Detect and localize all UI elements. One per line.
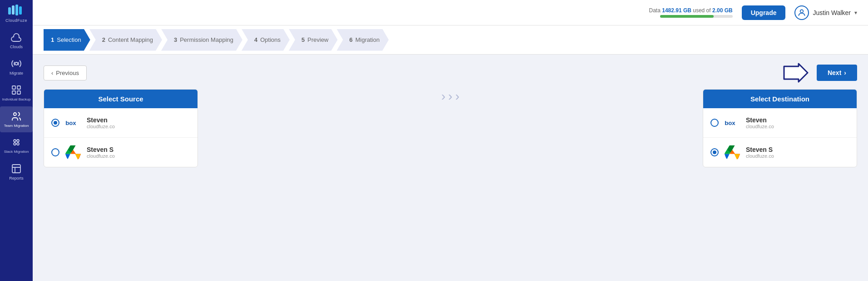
step-4-options[interactable]: 4 Options (242, 29, 290, 51)
app-logo: CloudFuze (5, 5, 27, 23)
user-avatar-icon (794, 5, 809, 20)
storage-used: 1482.91 GB (662, 7, 691, 14)
svg-rect-8 (17, 91, 20, 94)
sidebar-item-clouds[interactable]: Clouds (0, 27, 33, 54)
dest-item-info-1: Steven S cloudfuze.co (746, 146, 774, 159)
step-2-label: Content Mapping (108, 36, 153, 43)
topbar: Data 1482.91 GB used of 2.00 GB Upgrade … (33, 0, 868, 25)
app-name-label: CloudFuze (5, 18, 27, 23)
dest-radio-1[interactable] (710, 148, 719, 156)
next-button[interactable]: Next › (817, 65, 857, 81)
sidebar: CloudFuze Clouds Migrate Individual Back… (0, 0, 33, 281)
storage-info: Data 1482.91 GB used of 2.00 GB (649, 7, 733, 18)
sidebar-clouds-label: Clouds (10, 45, 23, 49)
source-item-name-1: Steven S (87, 146, 115, 153)
step-5-num: 5 (301, 36, 305, 43)
storage-bar-bg (660, 15, 733, 18)
sidebar-item-team-migration[interactable]: Team Migration (0, 106, 33, 133)
storage-label: Data (649, 7, 661, 14)
step-2-num: 2 (102, 36, 105, 43)
sidebar-individual-backup-label: Individual Backup (2, 97, 31, 102)
step-1-selection[interactable]: 1 Selection (44, 29, 90, 51)
dest-item-0[interactable]: box Steven cloudfuze.co (703, 108, 857, 138)
svg-point-9 (14, 113, 16, 115)
step-3-num: 3 (174, 36, 177, 43)
step-4-label: Options (260, 36, 281, 43)
step-6-migration[interactable]: 6 Migration (337, 29, 389, 51)
step-4-num: 4 (254, 36, 257, 43)
source-radio-0[interactable] (51, 119, 59, 127)
sidebar-item-slack-migration[interactable]: Slack Migration (0, 132, 33, 159)
sidebar-item-individual-backup[interactable]: Individual Backup (0, 80, 33, 106)
step-2-content-mapping[interactable]: 2 Content Mapping (89, 29, 162, 51)
source-item-sub-1: cloudfuze.co (87, 153, 115, 159)
source-service-icon-1 (65, 144, 81, 161)
svg-text:box: box (65, 120, 76, 126)
next-area: Next › (782, 63, 857, 83)
next-arrow-icon (782, 63, 809, 83)
user-chevron-icon: ▾ (854, 10, 857, 16)
step-3-permission-mapping[interactable]: 3 Permission Mapping (161, 29, 242, 51)
dest-item-name-1: Steven S (746, 146, 774, 153)
previous-button[interactable]: ‹ Previous (44, 65, 87, 80)
svg-point-13 (17, 143, 19, 145)
svg-rect-3 (19, 6, 22, 15)
source-item-name-0: Steven (87, 116, 115, 124)
svg-point-4 (15, 62, 18, 65)
panels-row: Select Source box Steven cloudfuze.co (44, 89, 857, 273)
sidebar-reports-label: Reports (9, 176, 24, 181)
svg-rect-2 (15, 5, 18, 15)
content-area: ‹ Previous Next › Select Source (33, 55, 868, 281)
svg-rect-14 (12, 165, 20, 173)
main-content: Data 1482.91 GB used of 2.00 GB Upgrade … (33, 0, 868, 281)
destination-panel-header: Select Destination (703, 90, 857, 108)
dest-item-sub-1: cloudfuze.co (746, 153, 774, 159)
step-5-preview[interactable]: 5 Preview (289, 29, 337, 51)
step-6-label: Migration (355, 36, 380, 43)
step-1-num: 1 (51, 36, 54, 43)
step-5-label: Preview (307, 36, 328, 43)
svg-point-15 (800, 10, 804, 13)
source-item-1[interactable]: Steven S cloudfuze.co (44, 138, 197, 167)
arrow-icon-2: › (448, 89, 452, 104)
storage-of-label: used of (693, 7, 710, 14)
sidebar-team-migration-label: Team Migration (4, 124, 29, 128)
sidebar-item-reports[interactable]: Reports (0, 159, 33, 185)
svg-point-10 (14, 140, 16, 142)
source-radio-1[interactable] (51, 148, 59, 156)
sidebar-migrate-label: Migrate (10, 71, 23, 75)
svg-point-12 (14, 143, 16, 145)
source-item-info-0: Steven cloudfuze.co (87, 116, 115, 129)
svg-point-11 (17, 140, 19, 142)
source-panel-header: Select Source (44, 90, 197, 108)
dest-item-info-0: Steven cloudfuze.co (746, 116, 774, 129)
svg-marker-16 (784, 64, 808, 82)
wizard-steps: 1 Selection 2 Content Mapping 3 Permissi… (33, 25, 868, 55)
svg-text:box: box (725, 120, 735, 126)
prev-chevron-icon: ‹ (51, 70, 53, 76)
dest-item-name-0: Steven (746, 116, 774, 124)
middle-arrows: › › › (198, 89, 703, 104)
arrow-icon-3: › (455, 89, 459, 104)
sidebar-item-migrate[interactable]: Migrate (0, 54, 33, 80)
next-chevron-icon: › (844, 69, 846, 76)
upgrade-button[interactable]: Upgrade (742, 5, 786, 20)
dest-service-icon-0: box (724, 115, 740, 131)
step-1-label: Selection (57, 36, 81, 43)
source-item-sub-0: cloudfuze.co (87, 124, 115, 129)
user-menu[interactable]: Justin Walker ▾ (794, 5, 857, 20)
source-service-icon-0: box (65, 115, 81, 131)
dest-item-1[interactable]: Steven S cloudfuze.co (703, 138, 857, 167)
storage-total: 2.00 GB (712, 7, 733, 14)
dest-radio-0[interactable] (710, 119, 719, 127)
next-label: Next (828, 69, 841, 76)
dest-item-sub-0: cloudfuze.co (746, 124, 774, 129)
svg-rect-1 (12, 5, 15, 15)
step-3-label: Permission Mapping (180, 36, 233, 43)
nav-row: ‹ Previous Next › (44, 63, 857, 83)
svg-rect-5 (12, 86, 15, 89)
svg-rect-7 (12, 91, 15, 94)
dest-service-icon-1 (724, 144, 740, 161)
source-item-0[interactable]: box Steven cloudfuze.co (44, 108, 197, 138)
sidebar-slack-migration-label: Slack Migration (4, 150, 29, 154)
